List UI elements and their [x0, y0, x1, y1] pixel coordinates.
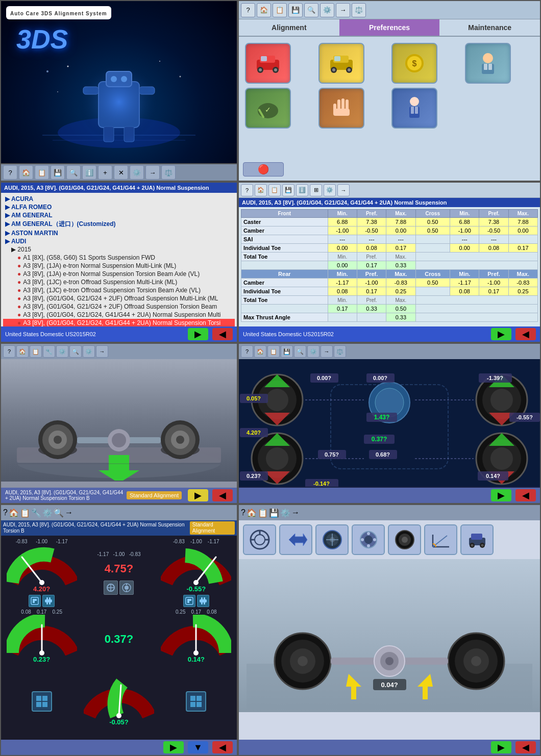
gauges-back-btn[interactable]: ◀: [212, 741, 233, 753]
align-icon-angle[interactable]: [424, 524, 457, 555]
pref-car-icon[interactable]: [245, 43, 291, 84]
home-btn-tr[interactable]: 🏠: [257, 3, 271, 17]
br-back-btn[interactable]: ◀: [515, 489, 536, 501]
align-icon-tire[interactable]: [388, 524, 421, 555]
tr-bottom-bar[interactable]: 🔴: [243, 162, 284, 177]
home-btn[interactable]: 🏠: [19, 165, 33, 180]
gauges-doc-btn[interactable]: 📋: [20, 508, 30, 518]
center-icon-1[interactable]: [104, 581, 118, 595]
br-next-btn[interactable]: ▶: [491, 489, 511, 501]
br-save-btn[interactable]: 💾: [281, 345, 293, 358]
settings-btn[interactable]: ⚙️: [130, 165, 144, 180]
br2-back-btn[interactable]: ◀: [515, 741, 536, 753]
pref-wrench-icon[interactable]: ✓: [245, 88, 291, 129]
bl-next-btn[interactable]: →: [96, 345, 108, 358]
align-icon-car2[interactable]: [460, 524, 494, 555]
search-btn[interactable]: 🔍: [66, 165, 81, 180]
save-btn[interactable]: 💾: [51, 165, 65, 180]
mr-grid-btn[interactable]: ⊞: [310, 184, 322, 196]
doc-btn[interactable]: 📋: [35, 165, 49, 180]
model-a3-1ja-vl[interactable]: ●A3 [8V], (1JA) e-tron Normal Suspension…: [3, 270, 235, 278]
brand-acura[interactable]: ▶ ACURA: [3, 195, 235, 203]
fl-icon-2[interactable]: [42, 595, 55, 607]
center-icon-2[interactable]: [119, 581, 134, 595]
mr-next-btn[interactable]: ▶: [491, 328, 511, 340]
gauges-search-btn[interactable]: 🔍: [54, 508, 64, 518]
bl-search-btn[interactable]: 🔍: [69, 345, 82, 358]
br-help-btn[interactable]: ?: [241, 345, 253, 358]
brand-audi[interactable]: ▶ AUDI: [3, 237, 235, 245]
bl-settings-btn[interactable]: ⚙️: [56, 345, 68, 358]
br-next-btn[interactable]: →: [321, 345, 333, 358]
br-search-btn[interactable]: 🔍: [294, 345, 306, 358]
br2-doc-btn[interactable]: 📋: [258, 508, 268, 518]
model-a3-g01-ml[interactable]: ●A3 [8V], (G01/G04, G21/G24 + 2UF) Offro…: [3, 294, 235, 303]
close-btn[interactable]: ✕: [114, 165, 128, 180]
settings-btn-tr[interactable]: ⚙️: [320, 3, 334, 17]
br2-home-btn[interactable]: 🏠: [247, 508, 257, 518]
pref-person-icon[interactable]: [391, 88, 437, 129]
help-btn-tr[interactable]: ?: [241, 3, 255, 17]
search-btn-tr[interactable]: 🔍: [304, 3, 318, 17]
br2-save-btn[interactable]: 💾: [269, 508, 279, 518]
tab-alignment[interactable]: Alignment: [239, 19, 339, 37]
br2-next-btn[interactable]: →: [291, 508, 300, 517]
gauge-small-icon-1[interactable]: [32, 691, 52, 712]
brand-amgen-import[interactable]: ▶ AM GENERAL（进口）(Customized): [3, 219, 235, 229]
bl-doc-btn[interactable]: 📋: [30, 345, 42, 358]
br2-help-btn[interactable]: ?: [241, 508, 245, 517]
next-btn-tr[interactable]: →: [336, 3, 350, 17]
br-settings-btn[interactable]: ⚙️: [307, 345, 319, 358]
pref-coin-icon[interactable]: $: [391, 43, 437, 84]
bl-home-btn[interactable]: 🏠: [16, 345, 29, 358]
bl-next-btn[interactable]: ▶: [188, 489, 208, 501]
gauges-blue-btn[interactable]: ▼: [188, 741, 208, 753]
pref-mechanic-icon[interactable]: [465, 43, 511, 84]
gauges-home-btn[interactable]: 🏠: [9, 508, 19, 518]
model-a3-g01-tb[interactable]: ●A3 [8V], (G01/G04, G21/G24 + 2UF) Offro…: [3, 303, 235, 311]
mr-settings-btn[interactable]: ⚙️: [324, 184, 336, 196]
mr-info-btn[interactable]: ℹ️: [296, 184, 308, 196]
tab-maintenance[interactable]: Maintenance: [439, 19, 540, 37]
tab-preferences[interactable]: Preferences: [339, 19, 440, 37]
mr-home-btn[interactable]: 🏠: [255, 184, 267, 196]
br-doc-btn[interactable]: 📋: [267, 345, 280, 358]
brand-alfa[interactable]: ▶ ALFA ROMEO: [3, 203, 235, 211]
model-a3-g44-tb-selected[interactable]: ●A3 [8V], (G01/G04, G21/G24, G41/G44 + 2…: [3, 319, 235, 327]
balance-btn-tr[interactable]: ⚖️: [352, 3, 366, 17]
fr-icon-2[interactable]: [197, 595, 209, 607]
gauges-next-btn[interactable]: ▶: [163, 741, 184, 753]
model-a3-1jc-vl[interactable]: ●A3 [8V], (1JC) e-tron Offroad Suspensio…: [3, 286, 235, 294]
gauge-small-icon-2[interactable]: [186, 691, 206, 712]
mr-doc-btn[interactable]: 📋: [268, 184, 281, 196]
ml-next-btn[interactable]: ▶: [188, 328, 208, 340]
fl-icon-1[interactable]: [29, 595, 41, 607]
gauges-next-btn[interactable]: →: [65, 508, 73, 517]
bl-help-btn[interactable]: ?: [3, 345, 15, 358]
year-2015[interactable]: ▶ 2015: [3, 245, 235, 254]
gauges-help-btn[interactable]: ?: [3, 508, 8, 517]
br-home-btn[interactable]: 🏠: [254, 345, 266, 358]
save-btn-tr[interactable]: 💾: [288, 3, 303, 17]
model-a3-1jc-ml[interactable]: ●A3 [8V], (1JC) e-tron Offroad Suspensio…: [3, 278, 235, 286]
fr-icon-1[interactable]: [183, 595, 195, 607]
align-icon-wheel1[interactable]: [315, 524, 349, 555]
pref-car-yellow-icon[interactable]: [318, 43, 364, 84]
align-icon-steering[interactable]: [243, 524, 276, 555]
br2-next-btn[interactable]: ▶: [491, 741, 511, 753]
align-icon-arrows[interactable]: [279, 524, 312, 555]
align-icon-disc[interactable]: [352, 524, 385, 555]
help-btn[interactable]: ?: [3, 165, 17, 180]
mr-help-btn[interactable]: ?: [241, 184, 253, 196]
bl-back-btn[interactable]: ◀: [212, 489, 233, 501]
add-btn[interactable]: +: [98, 165, 112, 180]
doc-btn-tr[interactable]: 📋: [273, 3, 287, 17]
model-a1[interactable]: ●A1 [8X], (G58, G60) S1 Sports Suspensio…: [3, 254, 235, 262]
pref-hand-icon[interactable]: [318, 88, 364, 129]
br2-settings-btn[interactable]: ⚙️: [280, 508, 290, 518]
next-btn[interactable]: →: [145, 165, 160, 180]
gauges-settings-btn[interactable]: ⚙️: [42, 508, 53, 518]
ml-back-btn[interactable]: ◀: [212, 328, 233, 340]
br-balance-btn[interactable]: ⚖️: [334, 345, 346, 358]
model-a3-1ja-ml[interactable]: ●A3 [8V], (1JA) e-tron Normal Suspension…: [3, 262, 235, 270]
